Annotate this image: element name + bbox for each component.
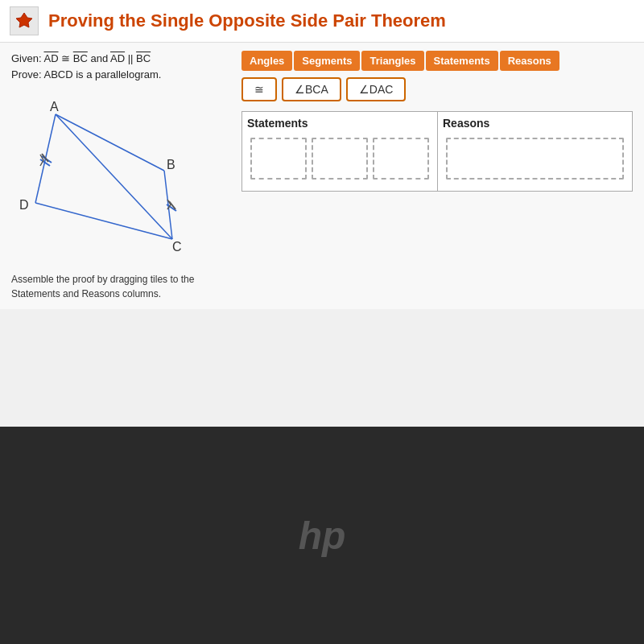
given-line1: Given: AD ≅ BC and AD || BC <box>11 52 151 64</box>
tab-angles[interactable]: Angles <box>242 51 292 71</box>
try-it-icon[interactable] <box>10 6 39 35</box>
tabs-row: Angles Segments Triangles Statements Rea… <box>242 51 633 71</box>
statement-cell-3[interactable] <box>373 138 429 180</box>
statement-cell-2[interactable] <box>312 138 368 180</box>
svg-text:A: A <box>50 100 59 114</box>
svg-text:C: C <box>172 240 182 254</box>
tile-angle-dac[interactable]: ∠DAC <box>346 77 407 101</box>
statements-column: Statements <box>242 112 438 191</box>
content-area: Given: AD ≅ BC and AD || BC Prove: ABCD … <box>0 43 644 309</box>
prove-line: Prove: ABCD is a parallelogram. <box>11 68 161 80</box>
diagram-svg: A B C D <box>11 90 213 267</box>
tab-triangles[interactable]: Triangles <box>361 51 423 71</box>
tab-statements[interactable]: Statements <box>426 51 498 71</box>
svg-line-4 <box>56 114 172 239</box>
svg-line-2 <box>35 203 172 239</box>
bottom-bezel: hp <box>0 427 644 644</box>
header: Proving the Single Opposite Side Pair Th… <box>0 0 644 43</box>
tile-angle-bca[interactable]: ∠BCA <box>282 77 341 101</box>
statement-cell-1[interactable] <box>250 138 307 180</box>
given-text: Given: AD ≅ BC and AD || BC Prove: ABCD … <box>11 51 229 82</box>
tile-congruent[interactable]: ≅ <box>242 77 277 101</box>
statements-drop-area[interactable] <box>247 134 432 183</box>
tab-segments[interactable]: Segments <box>294 51 360 71</box>
tiles-row: ≅ ∠BCA ∠DAC <box>242 77 633 101</box>
svg-line-0 <box>56 114 164 171</box>
proof-table: Statements Reasons <box>242 111 633 192</box>
reasons-drop-area[interactable] <box>443 134 627 183</box>
hp-logo: hp <box>299 514 346 558</box>
page-title: Proving the Single Opposite Side Pair Th… <box>48 10 446 31</box>
reasons-header: Reasons <box>443 117 627 130</box>
tab-reasons[interactable]: Reasons <box>500 51 559 71</box>
assemble-text: Assemble the proof by dragging tiles to … <box>11 272 229 301</box>
svg-text:D: D <box>19 198 29 212</box>
statements-header: Statements <box>247 117 432 130</box>
reasons-column: Reasons <box>438 112 632 191</box>
diagram-container: A B C D <box>11 90 213 267</box>
left-panel: Given: AD ≅ BC and AD || BC Prove: ABCD … <box>11 51 229 301</box>
right-panel: Angles Segments Triangles Statements Rea… <box>242 51 633 301</box>
reason-cell-1[interactable] <box>446 138 624 180</box>
svg-text:B: B <box>167 158 175 171</box>
